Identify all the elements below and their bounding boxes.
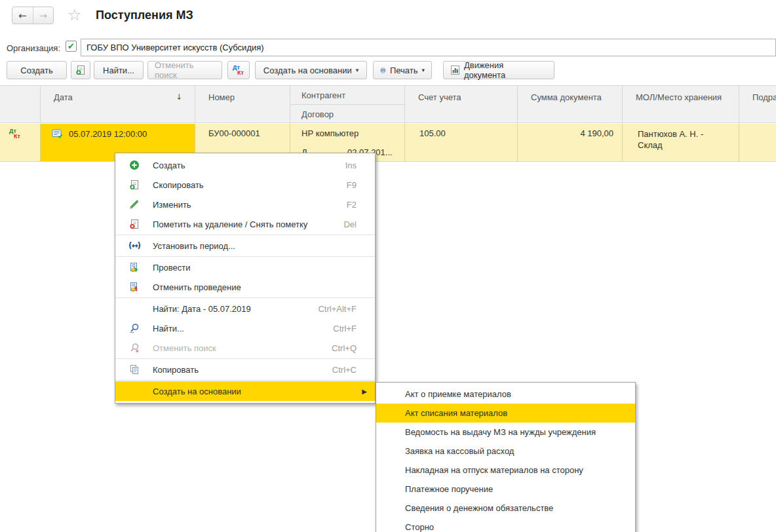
menu-item-find-date[interactable]: Найти: Дата - 05.07.2019 Ctrl+Alt+F [115,299,375,318]
copy-clipboard-icon [129,364,140,375]
column-header-contragent-dogovor[interactable]: Контрагент Договор [290,85,405,123]
menu-item-set-period-label: Установить период... [153,241,357,251]
menu-item-mark-deletion[interactable]: Пометить на удаление / Снять пометку Del [115,214,375,234]
menu-item-cancel-search-label: Отменить поиск [153,343,332,353]
menu-item-mark-deletion-label: Пометить на удаление / Снять пометку [153,219,343,229]
column-header-contragent-label: Контрагент [301,90,345,100]
column-header-dogovor-label: Договор [301,109,334,119]
printer-icon [380,66,386,75]
submenu-item-act-spisaniya[interactable]: Акт списания материалов [376,404,635,423]
page-title: Поступления МЗ [96,9,193,22]
menu-item-cancel-search: Отменить поиск Ctrl+Q [115,338,375,358]
menu-item-create-based-on-label: Создать на основании [153,387,362,396]
set-period-icon: (↔) [128,241,140,250]
cancel-search-button: Отменить поиск [147,61,222,79]
create-based-on-label: Создать на основании [263,66,352,75]
row-date-value: 05.07.2019 12:00:00 [69,129,147,139]
create-based-on-submenu: Акт о приемке материалов Акт списания ма… [376,382,636,532]
row-account-value: 105.00 [419,128,446,138]
menu-item-copy-new-shortcut: F9 [347,180,375,190]
row-sum-value: 4 190,00 [580,128,613,138]
row-dept-cell[interactable] [739,124,776,162]
menu-item-copy-new[interactable]: Скопировать F9 [115,175,375,195]
row-dt-label: Дт [9,128,35,134]
menu-item-cancel-search-shortcut: Ctrl+Q [332,343,375,353]
column-header-number[interactable]: Номер [195,85,290,123]
menu-item-create-based-on[interactable]: Создать на основании ▶ [115,381,375,401]
find-button[interactable]: Найти... [94,61,144,79]
organization-checkbox[interactable]: ✔ [66,41,77,52]
back-button[interactable]: ← [12,7,33,24]
create-button[interactable]: Создать [7,61,67,79]
row-mol-cell[interactable]: Пантюхов А. Н. - Склад [623,124,739,162]
kt-label: Кт [237,70,244,75]
menu-item-create-label: Создать [153,161,345,170]
row-dtkt-cell[interactable]: Дт Кт [0,124,41,162]
menu-item-copy-new-label: Скопировать [153,180,347,190]
column-header-mol[interactable]: МОЛ/Место хранения [623,85,739,123]
copy-plus-icon [75,65,86,75]
column-header-selector [0,85,41,123]
menu-item-find[interactable]: Найти... Ctrl+F [115,318,375,338]
column-header-account-label: Счет учета [418,92,461,102]
menu-item-edit[interactable]: Изменить F2 [115,195,375,214]
create-based-on-button[interactable]: Создать на основании ▾ [255,61,367,79]
copy-icon-button[interactable] [71,61,90,79]
menu-item-post-label: Провести [153,263,357,273]
submenu-item-storno[interactable]: Сторно [376,518,635,532]
sort-desc-icon: ↓ [176,92,182,102]
posted-document-icon [52,129,63,139]
column-header-dogovor[interactable]: Договор [290,105,404,124]
menu-separator [115,297,375,298]
create-button-label: Создать [20,66,52,75]
post-document-icon [129,262,140,273]
dtkt-toggle-button[interactable]: Дт Кт [227,61,250,79]
menu-item-create-shortcut: Ins [345,161,375,170]
menu-item-unpost-label: Отменить проведение [153,282,357,292]
column-header-date-label: Дата [54,92,73,102]
column-header-date[interactable]: Дата ↓ [41,85,195,123]
row-account-cell[interactable]: 105.00 [405,124,518,162]
menu-item-unpost[interactable]: Отменить проведение [115,277,375,297]
menu-item-post[interactable]: Провести [115,257,375,277]
forward-button[interactable]: → [33,7,54,24]
submenu-item-vedomost[interactable]: Ведомость на выдачу МЗ на нужды учрежден… [376,423,635,442]
menu-item-copy-clipboard-shortcut: Ctrl+C [332,365,375,375]
forward-icon: → [39,10,47,22]
submenu-item-platezhnoe[interactable]: Платежное поручение [376,480,635,499]
column-header-mol-label: МОЛ/Место хранения [636,92,722,102]
menu-item-set-period[interactable]: (↔) Установить период... [115,236,375,256]
organization-label: Организация: [7,43,60,53]
menu-item-create[interactable]: Создать Ins [115,155,375,175]
organization-input[interactable] [81,39,776,56]
menu-item-edit-shortcut: F2 [347,200,375,210]
submenu-item-svedeniya[interactable]: Сведения о денежном обязательстве [376,499,635,518]
cancel-search-label: Отменить поиск [155,60,215,80]
submenu-arrow-icon: ▶ [362,388,375,395]
submenu-item-act-priemki[interactable]: Акт о приемке материалов [376,385,635,404]
column-header-dept[interactable]: Подра [739,85,776,123]
submenu-item-nakladnaya[interactable]: Накладная на отпуск материалов на сторон… [376,461,635,480]
column-header-contragent[interactable]: Контрагент [290,86,404,105]
plus-circle-icon [129,160,140,170]
menu-separator [115,358,375,359]
menu-separator [115,235,375,235]
print-button[interactable]: Печать ▾ [373,61,432,79]
column-header-sum[interactable]: Сумма документа [518,85,623,123]
menu-item-copy-clipboard[interactable]: Копировать Ctrl+C [115,360,375,379]
column-header-account[interactable]: Счет учета [405,85,518,123]
menu-separator [115,380,375,381]
unpost-document-icon [129,282,140,292]
row-kt-label: Кт [14,134,40,139]
column-header-sum-label: Сумма документа [531,92,602,102]
search-icon [129,323,140,333]
find-button-label: Найти... [103,66,134,75]
submenu-item-zayavka[interactable]: Заявка на кассовый расход [376,442,635,461]
menu-separator [115,256,375,257]
row-number-value: БУ00-000001 [208,128,260,138]
favorite-star-icon[interactable]: ☆ [68,6,82,24]
document-movements-button[interactable]: Движения документа [443,61,554,79]
chevron-down-icon: ▾ [356,67,359,73]
print-button-label: Печать [390,66,418,75]
row-sum-cell[interactable]: 4 190,00 [518,124,623,162]
